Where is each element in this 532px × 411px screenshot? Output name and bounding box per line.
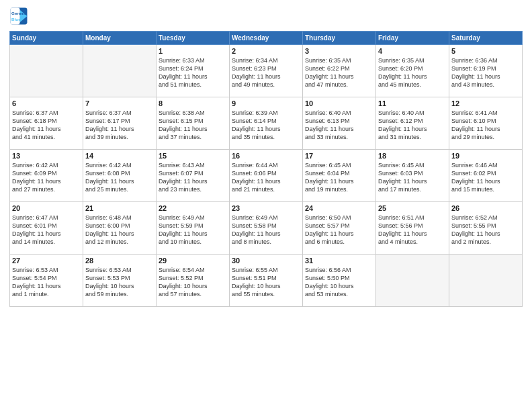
day-number: 20 — [12, 204, 81, 212]
week-row-5: 27Sunrise: 6:53 AM Sunset: 5:54 PM Dayli… — [10, 255, 523, 307]
week-row-3: 13Sunrise: 6:42 AM Sunset: 6:09 PM Dayli… — [10, 150, 523, 202]
day-number: 31 — [305, 257, 373, 265]
day-info: Sunrise: 6:41 AM Sunset: 6:10 PM Dayligh… — [451, 109, 520, 142]
day-info: Sunrise: 6:35 AM Sunset: 6:22 PM Dayligh… — [305, 56, 373, 89]
day-number: 21 — [85, 204, 154, 212]
day-info: Sunrise: 6:34 AM Sunset: 6:23 PM Dayligh… — [232, 56, 300, 89]
day-number: 13 — [12, 152, 81, 160]
calendar-cell: 8Sunrise: 6:38 AM Sunset: 6:15 PM Daylig… — [157, 97, 230, 150]
day-number: 25 — [378, 204, 447, 212]
day-number: 23 — [232, 204, 300, 212]
calendar-cell: 1Sunrise: 6:33 AM Sunset: 6:24 PM Daylig… — [157, 45, 230, 97]
calendar-cell: 28Sunrise: 6:53 AM Sunset: 5:53 PM Dayli… — [83, 255, 157, 307]
day-info: Sunrise: 6:53 AM Sunset: 5:53 PM Dayligh… — [85, 266, 154, 299]
day-info: Sunrise: 6:46 AM Sunset: 6:02 PM Dayligh… — [451, 161, 520, 194]
day-info: Sunrise: 6:45 AM Sunset: 6:04 PM Dayligh… — [305, 161, 373, 194]
logo: General Blue — [9, 7, 28, 26]
day-info: Sunrise: 6:45 AM Sunset: 6:03 PM Dayligh… — [378, 161, 447, 194]
day-info: Sunrise: 6:52 AM Sunset: 5:55 PM Dayligh… — [451, 214, 520, 246]
calendar-cell: 5Sunrise: 6:36 AM Sunset: 6:19 PM Daylig… — [449, 45, 523, 97]
day-number: 17 — [305, 152, 373, 160]
calendar-table: SundayMondayTuesdayWednesdayThursdayFrid… — [9, 31, 523, 307]
week-row-4: 20Sunrise: 6:47 AM Sunset: 6:01 PM Dayli… — [10, 202, 523, 255]
day-info: Sunrise: 6:37 AM Sunset: 6:18 PM Dayligh… — [12, 109, 81, 142]
calendar-cell: 30Sunrise: 6:55 AM Sunset: 5:51 PM Dayli… — [230, 255, 303, 307]
day-info: Sunrise: 6:49 AM Sunset: 5:58 PM Dayligh… — [232, 214, 300, 246]
day-number: 16 — [232, 152, 300, 160]
day-info: Sunrise: 6:56 AM Sunset: 5:50 PM Dayligh… — [305, 266, 373, 299]
day-number: 15 — [159, 152, 227, 160]
day-number: 5 — [451, 47, 520, 55]
calendar-cell: 6Sunrise: 6:37 AM Sunset: 6:18 PM Daylig… — [10, 97, 83, 150]
calendar-cell: 15Sunrise: 6:43 AM Sunset: 6:07 PM Dayli… — [157, 150, 230, 202]
day-info: Sunrise: 6:42 AM Sunset: 6:09 PM Dayligh… — [12, 161, 81, 194]
col-header-monday: Monday — [83, 32, 157, 45]
day-number: 24 — [305, 204, 373, 212]
calendar-cell — [376, 255, 449, 307]
day-number: 14 — [85, 152, 154, 160]
calendar-cell: 29Sunrise: 6:54 AM Sunset: 5:52 PM Dayli… — [157, 255, 230, 307]
day-number: 28 — [85, 257, 154, 265]
day-info: Sunrise: 6:36 AM Sunset: 6:19 PM Dayligh… — [451, 56, 520, 89]
day-info: Sunrise: 6:48 AM Sunset: 6:00 PM Dayligh… — [85, 214, 154, 246]
col-header-sunday: Sunday — [10, 32, 83, 45]
day-number: 27 — [12, 257, 81, 265]
calendar-cell: 31Sunrise: 6:56 AM Sunset: 5:50 PM Dayli… — [303, 255, 376, 307]
day-number: 19 — [451, 152, 520, 160]
day-info: Sunrise: 6:37 AM Sunset: 6:17 PM Dayligh… — [85, 109, 154, 142]
col-header-saturday: Saturday — [449, 32, 523, 45]
day-number: 26 — [451, 204, 520, 212]
calendar-cell: 16Sunrise: 6:44 AM Sunset: 6:06 PM Dayli… — [230, 150, 303, 202]
calendar-cell: 22Sunrise: 6:49 AM Sunset: 5:59 PM Dayli… — [157, 202, 230, 255]
day-number: 9 — [232, 99, 300, 107]
calendar-cell: 2Sunrise: 6:34 AM Sunset: 6:23 PM Daylig… — [230, 45, 303, 97]
calendar-cell: 14Sunrise: 6:42 AM Sunset: 6:08 PM Dayli… — [83, 150, 157, 202]
calendar-cell — [10, 45, 83, 97]
col-header-thursday: Thursday — [303, 32, 376, 45]
calendar-cell: 20Sunrise: 6:47 AM Sunset: 6:01 PM Dayli… — [10, 202, 83, 255]
calendar-cell: 26Sunrise: 6:52 AM Sunset: 5:55 PM Dayli… — [449, 202, 523, 255]
day-number: 12 — [451, 99, 520, 107]
day-info: Sunrise: 6:40 AM Sunset: 6:12 PM Dayligh… — [378, 109, 447, 142]
day-info: Sunrise: 6:54 AM Sunset: 5:52 PM Dayligh… — [159, 266, 227, 299]
svg-text:Blue: Blue — [11, 17, 21, 21]
week-row-1: 1Sunrise: 6:33 AM Sunset: 6:24 PM Daylig… — [10, 45, 523, 97]
day-number: 11 — [378, 99, 447, 107]
logo-icon: General Blue — [9, 7, 28, 26]
day-number: 3 — [305, 47, 373, 55]
day-info: Sunrise: 6:47 AM Sunset: 6:01 PM Dayligh… — [12, 214, 81, 246]
calendar-cell: 4Sunrise: 6:35 AM Sunset: 6:20 PM Daylig… — [376, 45, 449, 97]
day-info: Sunrise: 6:53 AM Sunset: 5:54 PM Dayligh… — [12, 266, 81, 299]
calendar-cell — [83, 45, 157, 97]
calendar-cell: 7Sunrise: 6:37 AM Sunset: 6:17 PM Daylig… — [83, 97, 157, 150]
col-header-wednesday: Wednesday — [230, 32, 303, 45]
calendar-cell: 13Sunrise: 6:42 AM Sunset: 6:09 PM Dayli… — [10, 150, 83, 202]
calendar-cell: 21Sunrise: 6:48 AM Sunset: 6:00 PM Dayli… — [83, 202, 157, 255]
calendar-cell: 10Sunrise: 6:40 AM Sunset: 6:13 PM Dayli… — [303, 97, 376, 150]
day-info: Sunrise: 6:42 AM Sunset: 6:08 PM Dayligh… — [85, 161, 154, 194]
day-number: 10 — [305, 99, 373, 107]
day-number: 7 — [85, 99, 154, 107]
day-number: 8 — [159, 99, 227, 107]
calendar-cell: 19Sunrise: 6:46 AM Sunset: 6:02 PM Dayli… — [449, 150, 523, 202]
page-container: General Blue SundayMondayTuesdayWednesda… — [0, 0, 532, 312]
day-info: Sunrise: 6:40 AM Sunset: 6:13 PM Dayligh… — [305, 109, 373, 142]
calendar-cell: 23Sunrise: 6:49 AM Sunset: 5:58 PM Dayli… — [230, 202, 303, 255]
day-info: Sunrise: 6:38 AM Sunset: 6:15 PM Dayligh… — [159, 109, 227, 142]
day-info: Sunrise: 6:49 AM Sunset: 5:59 PM Dayligh… — [159, 214, 227, 246]
day-info: Sunrise: 6:35 AM Sunset: 6:20 PM Dayligh… — [378, 56, 447, 89]
day-number: 29 — [159, 257, 227, 265]
calendar-cell: 9Sunrise: 6:39 AM Sunset: 6:14 PM Daylig… — [230, 97, 303, 150]
header: General Blue — [9, 7, 523, 26]
week-row-2: 6Sunrise: 6:37 AM Sunset: 6:18 PM Daylig… — [10, 97, 523, 150]
col-header-friday: Friday — [376, 32, 449, 45]
day-number: 1 — [159, 47, 227, 55]
calendar-cell: 17Sunrise: 6:45 AM Sunset: 6:04 PM Dayli… — [303, 150, 376, 202]
day-number: 4 — [378, 47, 447, 55]
day-number: 6 — [12, 99, 81, 107]
day-info: Sunrise: 6:33 AM Sunset: 6:24 PM Dayligh… — [159, 56, 227, 89]
day-number: 30 — [232, 257, 300, 265]
day-info: Sunrise: 6:39 AM Sunset: 6:14 PM Dayligh… — [232, 109, 300, 142]
calendar-cell: 27Sunrise: 6:53 AM Sunset: 5:54 PM Dayli… — [10, 255, 83, 307]
calendar-cell: 3Sunrise: 6:35 AM Sunset: 6:22 PM Daylig… — [303, 45, 376, 97]
